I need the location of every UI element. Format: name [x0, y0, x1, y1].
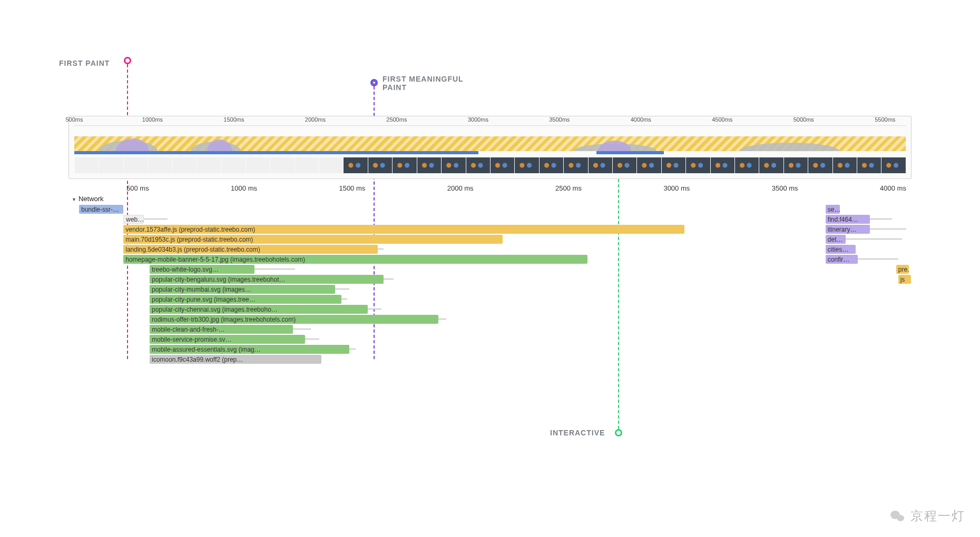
filmstrip-frame	[710, 157, 734, 173]
watermark: 京程一灯	[890, 508, 965, 524]
ruler-tick: 2500 ms	[555, 184, 582, 192]
network-row[interactable]: pre.	[68, 264, 912, 274]
timing-tail	[438, 319, 446, 320]
ruler-tick: 2000 ms	[447, 184, 474, 192]
ruler-tick: 5500ms	[875, 116, 895, 125]
filmstrip-frame	[123, 157, 148, 173]
interactive-dot-icon	[615, 429, 622, 436]
filmstrip-frame	[172, 157, 197, 173]
filmstrip-frame	[417, 157, 441, 173]
filmstrip-frame	[685, 157, 710, 173]
ruler-tick: 1000ms	[142, 116, 163, 125]
ruler-tick: 2000ms	[305, 116, 326, 125]
overview-ruler: 500ms1000ms1500ms2000ms2500ms3000ms3500m…	[74, 116, 906, 126]
network-row[interactable]: popular-city-mumbai.svg (images…	[68, 284, 912, 294]
filmstrip-frame	[319, 157, 343, 173]
timing-tail	[858, 258, 898, 260]
filmstrip-frame	[466, 157, 490, 173]
filmstrip-frame	[734, 157, 759, 173]
filmstrip-frame	[74, 157, 99, 173]
network-row[interactable]: popular-city-pune.svg (images.tree…	[68, 294, 912, 304]
network-row[interactable]: itinerary…	[68, 224, 912, 234]
filmstrip-frame	[539, 157, 563, 173]
ruler-tick: 3000 ms	[663, 184, 690, 192]
filmstrip-frame	[270, 157, 294, 173]
request-bar[interactable]: popular-city-mumbai.svg (images…	[150, 285, 335, 294]
filmstrip-frame	[783, 157, 808, 173]
ruler-tick: 1500 ms	[339, 184, 365, 192]
filmstrip-frame	[563, 157, 587, 173]
filmstrip-frame	[832, 157, 857, 173]
request-bar[interactable]: icomoon.f9c43a99.woff2 (prep…	[150, 355, 321, 364]
filmstrip-frame	[197, 157, 221, 173]
fmp-dot-icon	[370, 79, 378, 86]
network-row[interactable]: find.f464…	[68, 214, 912, 224]
network-row[interactable]: mobile-service-promise.sv…	[68, 334, 912, 344]
fmp-label: FIRST MEANINGFUL PAINT	[383, 75, 464, 92]
cpu-activity-strip	[74, 136, 906, 151]
filmstrip-frame	[808, 157, 832, 173]
timing-tail	[870, 218, 892, 220]
first-paint-dot-icon	[124, 57, 131, 64]
network-row[interactable]: det…	[68, 234, 912, 244]
overview-range-bar[interactable]	[74, 151, 478, 154]
detail-ruler: 500 ms1000 ms1500 ms2000 ms2500 ms3000 m…	[68, 184, 912, 194]
ruler-tick: 1500ms	[223, 116, 244, 125]
fmp-label-line1: FIRST MEANINGFUL	[383, 75, 464, 83]
network-row[interactable]: cities…	[68, 244, 912, 254]
request-bar[interactable]: mobile-service-promise.sv…	[150, 335, 305, 344]
filmstrip-frame	[514, 157, 538, 173]
filmstrip-frame	[295, 157, 319, 173]
request-bar[interactable]: find.f464…	[826, 215, 870, 224]
filmstrip-frame	[99, 157, 123, 173]
ruler-tick: 500 ms	[126, 184, 149, 192]
network-row[interactable]: rodimus-offer-trb300.jpg (images.treeboh…	[68, 314, 912, 324]
timing-tail	[305, 339, 319, 340]
request-bar[interactable]: confir…	[826, 255, 858, 264]
request-bar[interactable]: mobile-clean-and-fresh-…	[150, 325, 293, 334]
timing-tail	[293, 329, 311, 330]
filmstrip-frame	[490, 157, 514, 173]
request-bar[interactable]: popular-city-chennai.svg (images.treeboh…	[150, 305, 368, 314]
network-row[interactable]: se…	[68, 204, 912, 214]
network-row[interactable]: mobile-assured-essentials.svg (imag…	[68, 344, 912, 354]
ruler-tick: 5000ms	[793, 116, 814, 125]
request-bar[interactable]: rodimus-offer-trb300.jpg (images.treeboh…	[150, 315, 438, 324]
request-bar[interactable]: js	[898, 275, 911, 284]
filmstrip-frame	[881, 157, 905, 173]
network-row[interactable]: icomoon.f9c43a99.woff2 (prep…	[68, 354, 912, 364]
request-bar[interactable]: det…	[826, 235, 846, 244]
request-bar[interactable]: pre.	[896, 265, 909, 274]
ruler-tick: 4000 ms	[880, 184, 906, 192]
ruler-tick: 2500ms	[386, 116, 407, 125]
timing-tail	[846, 238, 902, 240]
overview-panel[interactable]: 500ms1000ms1500ms2000ms2500ms3000ms3500m…	[68, 116, 912, 179]
request-bar[interactable]: mobile-assured-essentials.svg (imag…	[150, 345, 349, 354]
ruler-tick: 3500ms	[549, 116, 570, 125]
overview-range-bar-2[interactable]	[596, 151, 664, 154]
request-bar[interactable]: itinerary…	[826, 225, 870, 234]
timing-tail	[349, 349, 355, 350]
ruler-tick: 3500 ms	[772, 184, 798, 192]
filmstrip-frame	[857, 157, 881, 173]
filmstrip-frame	[441, 157, 465, 173]
request-bar[interactable]: cities…	[826, 245, 856, 254]
request-bar[interactable]: se…	[826, 205, 840, 214]
interactive-label: INTERACTIVE	[550, 429, 605, 437]
request-bar[interactable]: popular-city-pune.svg (images.tree…	[150, 295, 341, 304]
network-row[interactable]: js	[68, 274, 912, 284]
filmstrip-frame	[221, 157, 245, 173]
timing-tail	[335, 289, 349, 290]
timing-tail	[870, 228, 906, 230]
filmstrip	[74, 157, 906, 173]
watermark-text: 京程一灯	[910, 508, 965, 524]
fmp-label-line2: PAINT	[383, 83, 407, 92]
network-row[interactable]: popular-city-chennai.svg (images.treeboh…	[68, 304, 912, 314]
filmstrip-frame	[343, 157, 367, 173]
filmstrip-frame	[759, 157, 783, 173]
network-row[interactable]: mobile-clean-and-fresh-…	[68, 324, 912, 334]
filmstrip-frame	[661, 157, 685, 173]
ruler-tick: 500ms	[65, 116, 83, 125]
network-section-header[interactable]: Network	[72, 195, 104, 203]
network-row[interactable]: confir…	[68, 254, 912, 264]
